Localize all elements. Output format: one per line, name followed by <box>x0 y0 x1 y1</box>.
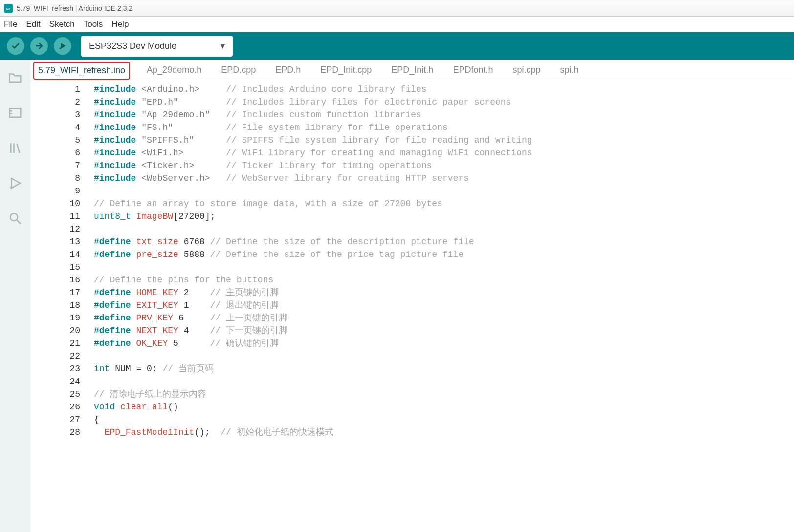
code-line: 28 EPD_FastMode1Init(); // 初始化电子纸的快速模式 <box>30 426 794 439</box>
menu-file[interactable]: File <box>4 20 17 29</box>
svg-point-2 <box>10 186 13 189</box>
code-content[interactable]: EPD_FastMode1Init(); // 初始化电子纸的快速模式 <box>94 426 333 439</box>
code-line: 12 <box>30 223 794 235</box>
code-line: 23int NUM = 0; // 当前页码 <box>30 362 794 375</box>
code-line: 17#define HOME_KEY 2 // 主页键的引脚 <box>30 286 794 299</box>
code-content[interactable]: #include "FS.h" // File system library f… <box>94 121 448 134</box>
tab-ap_29demo-h[interactable]: Ap_29demo.h <box>144 61 204 80</box>
gutter-line-number: 6 <box>30 147 94 159</box>
gutter-line-number: 19 <box>30 312 94 324</box>
code-content[interactable]: int NUM = 0; // 当前页码 <box>94 362 214 375</box>
gutter-line-number: 9 <box>30 185 94 197</box>
tab-epd_init-cpp[interactable]: EPD_Init.cpp <box>317 61 375 80</box>
arrow-right-icon <box>34 41 44 51</box>
code-content[interactable]: #define pre_size 5888 // Define the size… <box>94 248 463 261</box>
folder-icon[interactable] <box>8 70 22 85</box>
gutter-line-number: 13 <box>30 235 94 248</box>
gutter-line-number: 16 <box>30 274 94 286</box>
board-selector-dropdown[interactable]: ESP32S3 Dev Module ▾ <box>81 36 233 57</box>
boards-manager-icon[interactable] <box>8 106 22 120</box>
code-line: 21#define OK_KEY 5 // 确认键的引脚 <box>30 337 794 350</box>
gutter-line-number: 18 <box>30 299 94 312</box>
code-content[interactable]: #define PRV_KEY 6 // 上一页键的引脚 <box>94 312 287 324</box>
code-content[interactable]: #define EXIT_KEY 1 // 退出键的引脚 <box>94 299 279 312</box>
tab-epdfont-h[interactable]: EPDfont.h <box>450 61 496 80</box>
gutter-line-number: 14 <box>30 248 94 261</box>
svg-point-0 <box>59 47 61 49</box>
code-content[interactable]: void clear_all() <box>94 401 178 413</box>
toolbar: ESP32S3 Dev Module ▾ <box>0 32 794 60</box>
code-content[interactable]: #define HOME_KEY 2 // 主页键的引脚 <box>94 286 279 299</box>
verify-button[interactable] <box>7 37 24 55</box>
gutter-line-number: 23 <box>30 362 94 375</box>
gutter-line-number: 10 <box>30 197 94 210</box>
gutter-line-number: 27 <box>30 413 94 426</box>
gutter-line-number: 22 <box>30 350 94 362</box>
code-content[interactable]: uint8_t ImageBW[27200]; <box>94 210 216 223</box>
code-line: 22 <box>30 350 794 362</box>
tab-epd_init-h[interactable]: EPD_Init.h <box>388 61 436 80</box>
code-content[interactable]: { <box>94 413 99 426</box>
gutter-line-number: 17 <box>30 286 94 299</box>
gutter-line-number: 21 <box>30 337 94 350</box>
code-line: 1#include <Arduino.h> // Includes Arduin… <box>30 83 794 96</box>
tab-5-79_wifi_refresh-ino[interactable]: 5.79_WIFI_refresh.ino <box>33 62 130 80</box>
debug-button[interactable] <box>54 37 71 55</box>
upload-button[interactable] <box>30 37 48 55</box>
code-line: 9 <box>30 185 794 197</box>
menu-tools[interactable]: Tools <box>84 20 103 29</box>
code-line: 18#define EXIT_KEY 1 // 退出键的引脚 <box>30 299 794 312</box>
code-line: 3#include "Ap_29demo.h" // Includes cust… <box>30 108 794 121</box>
code-content[interactable]: #include "EPD.h" // Includes library fil… <box>94 96 511 108</box>
debug-play-icon <box>58 41 67 51</box>
code-content[interactable]: #include <WiFi.h> // WiFi library for cr… <box>94 147 532 159</box>
menu-sketch[interactable]: Sketch <box>49 20 75 29</box>
code-line: 26void clear_all() <box>30 401 794 413</box>
code-line: 19#define PRV_KEY 6 // 上一页键的引脚 <box>30 312 794 324</box>
code-content[interactable]: // Define the pins for the buttons <box>94 274 273 286</box>
chevron-down-icon: ▾ <box>221 41 225 51</box>
code-content[interactable]: #include <Ticker.h> // Ticker library fo… <box>94 159 432 172</box>
title-bar: ∞ 5.79_WIFI_refresh | Arduino IDE 2.3.2 <box>0 0 794 17</box>
gutter-line-number: 8 <box>30 172 94 185</box>
code-content[interactable]: // Define an array to store image data, … <box>94 197 442 210</box>
app-icon: ∞ <box>4 4 13 13</box>
gutter-line-number: 15 <box>30 261 94 274</box>
code-content[interactable]: #include <Arduino.h> // Includes Arduino… <box>94 83 427 96</box>
gutter-line-number: 25 <box>30 388 94 401</box>
tab-epd-cpp[interactable]: EPD.cpp <box>218 61 259 80</box>
debug-run-icon[interactable] <box>8 176 22 191</box>
code-line: 7#include <Ticker.h> // Ticker library f… <box>30 159 794 172</box>
code-line: 16// Define the pins for the buttons <box>30 274 794 286</box>
tab-spi-h[interactable]: spi.h <box>557 61 581 80</box>
code-line: 5#include "SPIFFS.h" // SPIFFS file syst… <box>30 134 794 147</box>
code-line: 13#define txt_size 6768 // Define the si… <box>30 235 794 248</box>
tab-spi-cpp[interactable]: spi.cpp <box>509 61 543 80</box>
code-content[interactable]: #include "SPIFFS.h" // SPIFFS file syste… <box>94 134 532 147</box>
search-icon[interactable] <box>8 211 22 226</box>
code-editor[interactable]: 1#include <Arduino.h> // Includes Arduin… <box>30 80 794 532</box>
gutter-line-number: 3 <box>30 108 94 121</box>
gutter-line-number: 5 <box>30 134 94 147</box>
gutter-line-number: 2 <box>30 96 94 108</box>
library-manager-icon[interactable] <box>8 141 22 155</box>
svg-point-3 <box>10 213 18 221</box>
code-line: 25// 清除电子纸上的显示内容 <box>30 388 794 401</box>
code-content[interactable]: #include <WebServer.h> // WebServer libr… <box>94 172 469 185</box>
code-line: 4#include "FS.h" // File system library … <box>30 121 794 134</box>
check-icon <box>11 41 21 51</box>
code-content[interactable]: #define OK_KEY 5 // 确认键的引脚 <box>94 337 279 350</box>
menu-edit[interactable]: Edit <box>26 20 40 29</box>
gutter-line-number: 20 <box>30 324 94 337</box>
tab-epd-h[interactable]: EPD.h <box>272 61 304 80</box>
gutter-line-number: 26 <box>30 401 94 413</box>
gutter-line-number: 24 <box>30 375 94 388</box>
gutter-line-number: 7 <box>30 159 94 172</box>
code-content[interactable]: #define NEXT_KEY 4 // 下一页键的引脚 <box>94 324 287 337</box>
code-content[interactable]: #include "Ap_29demo.h" // Includes custo… <box>94 108 421 121</box>
code-line: 11uint8_t ImageBW[27200]; <box>30 210 794 223</box>
code-content[interactable]: // 清除电子纸上的显示内容 <box>94 388 206 401</box>
menu-help[interactable]: Help <box>111 20 129 29</box>
code-content[interactable]: #define txt_size 6768 // Define the size… <box>94 235 474 248</box>
code-line: 2#include "EPD.h" // Includes library fi… <box>30 96 794 108</box>
